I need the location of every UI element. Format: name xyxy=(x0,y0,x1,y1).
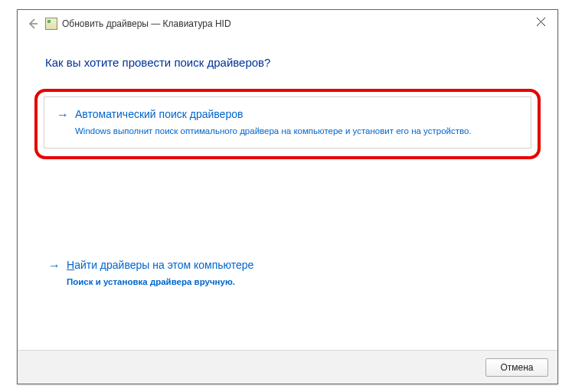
close-button[interactable] xyxy=(524,10,557,33)
dialog-footer: Отмена xyxy=(18,350,557,384)
option-browse-desc: Поиск и установка драйвера вручную. xyxy=(67,276,527,288)
back-button[interactable] xyxy=(22,13,44,34)
arrow-right-icon: → xyxy=(48,257,60,273)
option-auto-desc: Windows выполнит поиск оптимального драй… xyxy=(75,126,518,137)
device-icon xyxy=(45,18,57,30)
content-area: Как вы хотите провести поиск драйверов? … xyxy=(18,38,557,294)
option-auto-title: Автоматический поиск драйверов xyxy=(75,106,243,122)
option-auto-search[interactable]: → Автоматический поиск драйверов Windows… xyxy=(44,96,531,149)
option-browse-title: Найти драйверы на этом компьютере xyxy=(67,257,253,273)
highlight-annotation: → Автоматический поиск драйверов Windows… xyxy=(34,89,541,159)
cancel-button[interactable]: Отмена xyxy=(485,358,548,377)
close-icon xyxy=(537,18,545,26)
page-heading: Как вы хотите провести поиск драйверов? xyxy=(45,56,530,69)
arrow-right-icon: → xyxy=(57,106,69,122)
window-title: Обновить драйверы — Клавиатура HID xyxy=(62,18,231,29)
driver-update-dialog: Обновить драйверы — Клавиатура HID Как в… xyxy=(17,9,558,384)
title-bar: Обновить драйверы — Клавиатура HID xyxy=(18,10,557,38)
option-browse-local[interactable]: → Найти драйверы на этом компьютере Поис… xyxy=(45,251,530,294)
